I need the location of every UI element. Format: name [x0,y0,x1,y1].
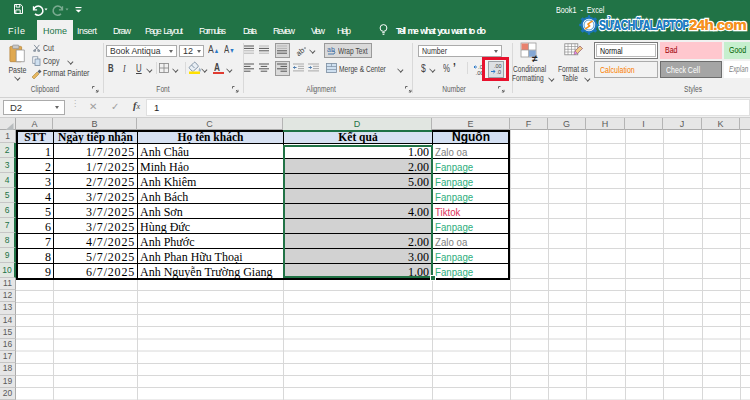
svg-text:Home: Home [43,26,67,36]
svg-text:ab: ab [327,46,335,53]
svg-text:Draw: Draw [113,26,132,36]
svg-text:Tell me what you want to do: Tell me what you want to do [396,26,487,36]
svg-text:SỬACHỮALAPTOP: SỬACHỮALAPTOP [599,16,690,33]
svg-text:≠: ≠ [532,53,538,63]
svg-text:Data: Data [243,26,257,36]
svg-text:View: View [311,26,326,36]
svg-text:Insert: Insert [77,26,97,36]
svg-text:Review: Review [273,26,296,36]
svg-text:24h.com: 24h.com [689,17,746,33]
svg-text:Help: Help [337,26,351,36]
svg-text:Page Layout: Page Layout [145,26,183,36]
svg-text:File: File [8,26,25,36]
svg-text:Formulas: Formulas [199,26,227,36]
